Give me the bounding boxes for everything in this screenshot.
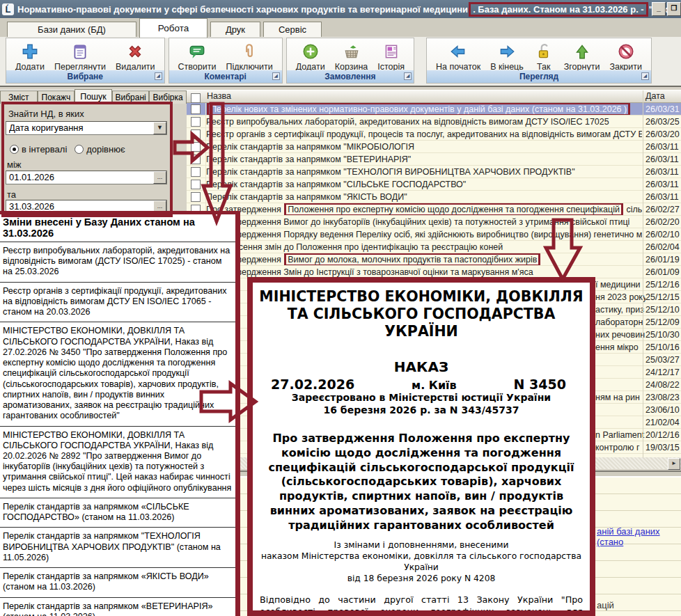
chevron-down-icon[interactable]: ▼ (153, 122, 166, 134)
comments-attach-button[interactable]: Підключити (221, 40, 277, 72)
dialog-launcher-icon[interactable]: ◢ (641, 72, 649, 80)
orders-history-button[interactable]: Історія (373, 40, 409, 72)
row-title: Про затвердження Змін до Інструкції з то… (206, 266, 642, 278)
name-column-header[interactable]: Назва (207, 91, 231, 101)
table-row[interactable]: Реєстр випробувальних лабораторій, акред… (187, 116, 681, 128)
table-row[interactable]: Перелік нових та змінених нормативно-пра… (187, 103, 681, 116)
row-checkbox[interactable] (191, 129, 201, 139)
tab-print[interactable]: Друк (210, 22, 260, 37)
row-title: астику, приз (595, 303, 645, 316)
group-label-favorites: Вибране (6, 70, 164, 83)
favorites-view-button[interactable]: Переглянути (49, 40, 111, 72)
dialog-launcher-icon[interactable]: ◢ (155, 72, 162, 80)
radio-interval[interactable] (10, 145, 19, 154)
scroll-right-icon[interactable]: ► (668, 458, 680, 470)
row-title: ня 2023 року (595, 291, 645, 303)
favorites-add-button[interactable]: Додати (10, 40, 49, 72)
row-date: 26/02/10 (645, 228, 680, 241)
annotation-box-row-text: Вимог до молока, молочних продуктів та п… (284, 253, 540, 265)
changes-item: Перелік стандартів за напрямком «ЯКІСТЬ … (0, 568, 235, 597)
row-date: 26/02/27 (645, 203, 680, 216)
ribbon-group-favorites: Додати Переглянути Видалити Вибране ◢ (6, 38, 165, 84)
table-row[interactable]: Про внесення змін до Положення про ідент… (187, 241, 681, 253)
amend-line2: наказом Міністерства економіки, довкілля… (253, 551, 590, 574)
comments-create-button[interactable]: Створити (173, 40, 221, 72)
row-checkbox[interactable] (191, 180, 201, 189)
left-tab-contents[interactable]: Зміст (0, 90, 38, 104)
row-date: 25/03/27 (645, 354, 680, 366)
preview-text-fragment: ацій (597, 600, 614, 610)
row-checkbox[interactable] (191, 167, 201, 177)
ribbon-group-view: На початок В кінець Так Згорнути Закрити… (426, 38, 652, 84)
table-row[interactable]: Перелік стандартів за напрямком "ТЕХНОЛО… (187, 166, 681, 178)
row-title: Перелік нових та змінених нормативно-пра… (206, 103, 642, 115)
row-checkbox[interactable] (191, 192, 201, 202)
title-bar: Ĺ Нормативно-правові документи у сфері б… (0, 0, 681, 18)
dialog-launcher-icon[interactable]: ◢ (404, 72, 412, 80)
header-checkbox[interactable] (191, 93, 201, 103)
document-number: N 3450 (514, 377, 566, 392)
row-date: 25/12/10 (645, 303, 680, 316)
favorites-delete-button[interactable]: Видалити (111, 40, 160, 72)
table-row[interactable]: Перелік стандартів за напрямком "ЯКІСТЬ … (187, 191, 681, 203)
radio-equals[interactable] (75, 145, 84, 154)
table-row[interactable]: Реєстр органів з сертифікації продукції,… (187, 128, 681, 141)
ribbon-group-comments: Створити Підключити Коментарі ◢ (169, 38, 283, 84)
view-yes-button[interactable]: Так (529, 40, 559, 72)
row-date: 20/12/16 (645, 429, 680, 441)
search-field-dropdown[interactable] (6, 121, 167, 135)
view-close-button[interactable]: Закрити (604, 40, 647, 72)
row-title: Про затвердження Вимог до інкубаторіїв (… (206, 216, 642, 228)
table-row[interactable]: Про затвердження Вимог до молока, молочн… (187, 253, 681, 266)
table-header[interactable]: Назва Дата при ▼ (187, 90, 681, 103)
table-row[interactable]: Про затвердження Порядку ведення Перелік… (187, 228, 681, 241)
document-amendments: Із змінами і доповненнями, внесеними нак… (253, 540, 590, 585)
and-label: та (7, 189, 16, 200)
table-row[interactable]: Про затвердження Вимог до інкубаторіїв (… (187, 216, 681, 228)
maximize-button[interactable]: ❒ (667, 2, 681, 16)
changes-item: МІНІСТЕРСТВО ЕКОНОМІКИ, ДОВКІЛЛЯ ТА СІЛЬ… (0, 427, 235, 498)
dialog-launcher-icon[interactable]: ◢ (272, 72, 280, 80)
minimize-button[interactable]: _ (652, 2, 666, 16)
view-first-button[interactable]: На початок (431, 40, 485, 72)
left-tab-selected[interactable]: Вибрані (112, 90, 150, 104)
document-body: Відповідно до частини другої статті 13 З… (260, 594, 583, 616)
preview-link[interactable]: аній базі даних (стано (597, 526, 681, 547)
table-row[interactable]: Про затвердження Положення про експертну… (187, 203, 681, 216)
row-date: 26/03/25 (645, 116, 680, 128)
table-row[interactable]: Перелік стандартів за напрямком "СІЛЬСЬК… (187, 178, 681, 191)
menu-tab-strip: Бази даних (БД) Робота Друк Сервіс (0, 18, 681, 38)
table-row[interactable]: Перелік стандартів за напрямком "ВЕТЕРИН… (187, 153, 681, 166)
view-last-button[interactable]: В кінець (485, 40, 529, 72)
tab-service[interactable]: Сервіс (263, 22, 322, 37)
left-tab-index[interactable]: Покажч (38, 90, 75, 104)
row-date: 25/10/16 (645, 341, 680, 354)
document-type: НАКАЗ (253, 358, 590, 375)
left-tab-selection[interactable]: Вибірка (149, 90, 187, 104)
orders-add-button[interactable]: Додати (291, 40, 330, 72)
row-date: 25/12/15 (645, 291, 680, 303)
row-checkbox[interactable] (191, 104, 201, 114)
tab-work[interactable]: Робота (139, 18, 208, 38)
row-date: 23/08/23 (645, 391, 680, 404)
row-title: контролю г (595, 441, 645, 454)
table-row[interactable]: Перелік стандартів за напрямком "МІКРОБІ… (187, 141, 681, 153)
row-title: Реєстр випробувальних лабораторій, акред… (206, 116, 642, 127)
search-panel: Знайти НД, в яких ▼ в інтервалі дорівнює… (0, 104, 185, 212)
row-checkbox[interactable] (191, 142, 201, 152)
orders-basket-button[interactable]: Корзина (330, 40, 373, 72)
row-checkbox[interactable] (191, 155, 201, 164)
view-collapse-button[interactable]: Згорнути (559, 40, 605, 72)
changes-panel: Зміни внесені у Базу Даних станом на 31.… (0, 211, 240, 616)
amend-line3: від 18 березня 2026 року N 4208 (253, 574, 590, 585)
plus-icon (19, 41, 40, 62)
arrow-up-icon (572, 41, 593, 62)
ellipsis-button[interactable]: ... (153, 171, 166, 184)
row-checkbox[interactable] (191, 117, 201, 127)
date-from-input[interactable] (6, 171, 167, 184)
search-title: Знайти НД, в яких (8, 109, 84, 119)
row-date: 19/03/15 (645, 441, 680, 454)
left-tab-search[interactable]: Пошук (75, 89, 112, 104)
arrow-left-icon (448, 41, 469, 62)
tab-databases[interactable]: Бази даних (БД) (7, 22, 136, 37)
